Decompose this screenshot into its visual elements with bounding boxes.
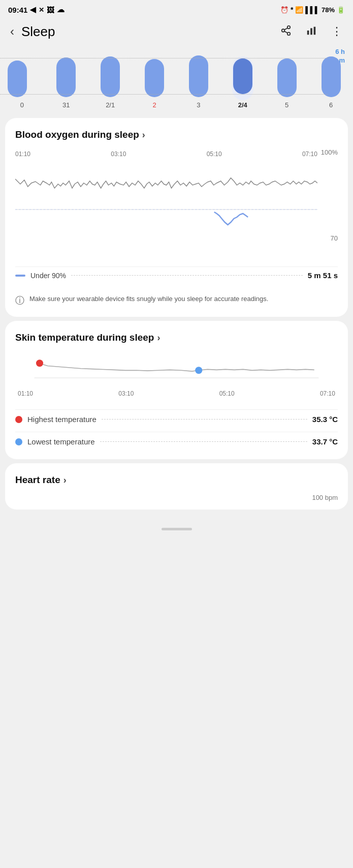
timeline-day-2-4-selected[interactable]: 2/4 — [220, 56, 265, 109]
blood-oxygen-title[interactable]: Blood oxygen during sleep › — [15, 129, 338, 140]
svg-rect-8 — [15, 159, 317, 245]
skin-temp-x-labels: 01:10 03:10 05:10 07:10 — [15, 390, 338, 397]
svg-point-1 — [282, 29, 285, 32]
time-display: 09:41 — [8, 6, 27, 14]
svg-rect-5 — [307, 31, 309, 35]
image-icon: 🖼 — [47, 6, 54, 14]
nav-icon: ◀ — [30, 5, 36, 14]
cloud-icon: ☁ — [57, 5, 65, 14]
battery-icon: 🔋 — [337, 6, 345, 14]
header-icons: ⋮ — [278, 23, 345, 41]
red-dot — [15, 416, 22, 423]
lowest-temp-label: Lowest temperature — [27, 437, 95, 446]
blood-oxygen-card: Blood oxygen during sleep › 100% 01:10 0… — [5, 118, 348, 317]
timeline-bars: 0 31 2/1 2 3 2/4 — [0, 48, 353, 109]
heart-rate-title[interactable]: Heart rate › — [15, 474, 338, 486]
legend-label: Under 90% — [30, 272, 66, 280]
separator — [71, 275, 303, 276]
svg-point-2 — [287, 32, 291, 35]
svg-line-4 — [284, 27, 287, 29]
svg-point-0 — [287, 25, 291, 28]
status-left: 09:41 ◀ ✕ 🖼 ☁ — [8, 5, 65, 14]
chart-y-max: 100% — [321, 148, 338, 156]
blood-oxygen-legend: Under 90% 5 m 51 s — [15, 266, 338, 284]
wifi-icon: 📶 — [295, 6, 303, 14]
bluetooth-icon: * — [291, 6, 293, 14]
share-button[interactable] — [278, 23, 294, 41]
more-button[interactable]: ⋮ — [329, 23, 345, 40]
svg-rect-6 — [310, 28, 312, 35]
blood-oxygen-chart: 100% 01:10 03:10 05:10 07:10 70 — [15, 148, 338, 260]
sleep-timeline: 6 h 55 m 0 31 2/1 2 3 — [0, 48, 353, 114]
svg-rect-7 — [314, 26, 316, 35]
svg-point-13 — [195, 367, 202, 374]
separator-highest — [102, 419, 307, 420]
battery-display: 78% — [322, 6, 335, 14]
skin-temp-card: Skin temperature during sleep › 01:10 03… — [5, 321, 348, 459]
status-bar: 09:41 ◀ ✕ 🖼 ☁ ⏰ * 📶 ▌▌▌ 78% 🔋 — [0, 0, 353, 17]
lowest-temp-value: 33.7 °C — [312, 437, 338, 446]
skin-temp-title[interactable]: Skin temperature during sleep › — [15, 332, 338, 343]
heart-rate-card: Heart rate › 100 bpm — [5, 463, 348, 510]
legend-left: Under 90% — [15, 272, 66, 280]
info-icon: ⓘ — [15, 294, 24, 307]
blood-oxygen-chevron: › — [142, 130, 145, 140]
under-90-indicator — [15, 275, 25, 277]
back-button[interactable]: ‹ — [8, 22, 16, 41]
bottom-bar-area — [0, 514, 353, 534]
timeline-day-3[interactable]: 3 — [177, 55, 221, 109]
skin-temp-chart: 01:10 03:10 05:10 07:10 — [15, 353, 338, 404]
dotted-line-top — [0, 58, 328, 58]
blood-oxygen-x-labels: 01:10 03:10 05:10 07:10 — [15, 148, 338, 158]
status-right: ⏰ * 📶 ▌▌▌ 78% 🔋 — [280, 6, 345, 14]
header-left: ‹ Sleep — [8, 22, 55, 41]
page-title: Sleep — [21, 24, 55, 40]
timeline-day-0[interactable]: 0 — [0, 61, 44, 109]
legend-value: 5 m 51 s — [308, 271, 338, 280]
timeline-day-5[interactable]: 5 — [265, 58, 309, 109]
alarm-icon: ⏰ — [280, 6, 288, 14]
svg-line-3 — [284, 31, 287, 33]
timeline-day-2[interactable]: 2 — [133, 59, 177, 109]
timeline-day-31[interactable]: 31 — [44, 57, 88, 109]
chart-button[interactable] — [304, 23, 319, 41]
timeline-day-6[interactable]: 6 — [309, 56, 353, 109]
chart-y-min: 70 — [331, 234, 338, 242]
lowest-temp-row: Lowest temperature 33.7 °C — [15, 432, 338, 449]
info-text: Make sure your wearable device fits snug… — [29, 294, 268, 304]
highest-temp-value: 35.3 °C — [312, 415, 338, 424]
bottom-handle — [162, 528, 192, 530]
highest-temp-label: Highest temperature — [27, 415, 97, 424]
skin-temp-svg — [18, 353, 335, 389]
x-icon: ✕ — [39, 6, 44, 14]
header: ‹ Sleep ⋮ — [0, 17, 353, 48]
separator-lowest — [100, 441, 307, 442]
heart-rate-ymax: 100 bpm — [15, 494, 338, 501]
blood-oxygen-svg — [15, 159, 317, 245]
heart-rate-chevron: › — [63, 475, 67, 486]
dotted-line-bottom — [0, 94, 328, 95]
blue-dot — [15, 438, 22, 445]
info-row: ⓘ Make sure your wearable device fits sn… — [15, 290, 338, 307]
skin-temp-chevron: › — [157, 333, 160, 343]
signal-icon: ▌▌▌ — [305, 6, 319, 14]
highest-temp-row: Highest temperature 35.3 °C — [15, 409, 338, 427]
timeline-day-2-1[interactable]: 2/1 — [88, 56, 133, 109]
svg-point-12 — [36, 360, 43, 367]
